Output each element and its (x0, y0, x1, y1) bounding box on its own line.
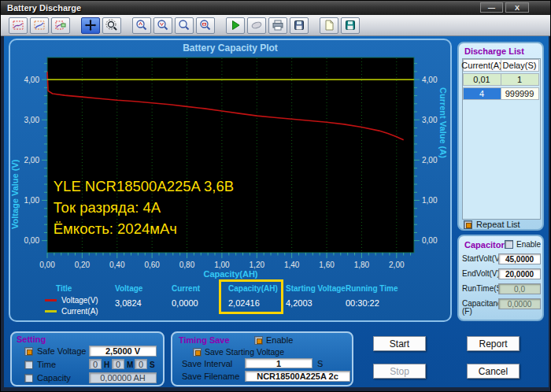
svg-text:1,00: 1,00 (214, 261, 230, 269)
move-cross-button[interactable] (81, 17, 100, 34)
play-button[interactable] (226, 17, 245, 34)
repeat-list-checkbox[interactable] (464, 220, 472, 229)
time-hours-input[interactable]: 0 (89, 359, 102, 369)
capacitor-title: Capacitor (464, 240, 505, 250)
discharge-table[interactable]: Current(A)Delay(S)0,0114999999 (462, 58, 541, 220)
legend-label: Current(A) (61, 307, 98, 316)
capacitor-field-label: StartVolt(V) (462, 255, 498, 263)
stop-button[interactable]: Stop (373, 364, 426, 379)
save-filename-input[interactable]: NCR18500A225A 2c (245, 371, 350, 382)
safe-voltage-checkbox[interactable] (24, 347, 33, 356)
stat-value: 00:30:22 (346, 298, 379, 308)
curve-zoom-button[interactable] (9, 17, 28, 34)
discharge-cell[interactable]: 4 (463, 87, 501, 100)
capacity-input[interactable]: 0,00000 AH (89, 372, 157, 383)
capacitor-field-input[interactable]: 20,0000 (498, 268, 541, 279)
stat-header: Running Time (346, 284, 398, 293)
close-button[interactable]: X (505, 2, 529, 13)
svg-text:0,00: 0,00 (39, 261, 55, 269)
capacitor-field-label: Capacitance (F) (462, 300, 498, 316)
toolbar-group (226, 17, 309, 34)
discharge-list-title: Discharge List (464, 46, 524, 56)
capacitor-field-input[interactable]: 0,0 (498, 283, 541, 294)
time-label: Time (37, 360, 56, 369)
time-seconds-input[interactable]: 0 (135, 359, 147, 369)
discharge-column-header[interactable]: Current(A) (463, 59, 501, 72)
erase-button[interactable] (247, 17, 266, 34)
setting-title: Setting (17, 335, 46, 344)
discharge-cell[interactable]: 999999 (501, 87, 539, 100)
capacitor-field-input[interactable]: 0,0000 (498, 298, 541, 309)
timing-save-title: Timing Save (179, 335, 230, 345)
zoom-area-icon (105, 19, 118, 31)
svg-text:0,00: 0,00 (422, 236, 438, 245)
open-file-button[interactable] (320, 17, 338, 34)
svg-text:2,00: 2,00 (24, 156, 40, 165)
zoom-out-button[interactable] (153, 17, 172, 34)
save-image-button[interactable] (290, 17, 309, 34)
title-bar[interactable]: Battery Discharge — X (1, 1, 551, 15)
zoom-area-button[interactable] (102, 17, 121, 34)
zoom-out-icon (157, 19, 169, 31)
capacity-plot-svg: 0,000,200,400,600,801,001,201,401,601,80… (20, 53, 445, 270)
report-button[interactable]: Report (467, 336, 520, 351)
time-checkbox[interactable] (24, 361, 33, 369)
stat-header: Starting Voltage (286, 284, 346, 293)
svg-text:1,40: 1,40 (284, 261, 300, 269)
legend-swatch (45, 310, 57, 312)
erase-icon (250, 19, 263, 31)
discharge-column-header[interactable]: Delay(S) (501, 59, 539, 72)
save-interval-label: Save Interval (182, 359, 232, 368)
plot-area[interactable]: 0,000,200,400,600,801,001,201,401,601,80… (20, 53, 445, 270)
legend-swatch (45, 299, 57, 301)
stat-value: 3,0824 (115, 298, 142, 308)
safe-voltage-input[interactable]: 2,5000 V (89, 346, 157, 357)
curve-pan-icon (33, 19, 46, 31)
save-data-button[interactable] (341, 17, 360, 34)
svg-text:0,60: 0,60 (144, 261, 160, 269)
stat-header: Capacity(AH) (228, 284, 278, 293)
minimize-button[interactable]: — (480, 2, 503, 13)
time-minutes-input[interactable]: 0 (112, 359, 124, 369)
curve-tag-icon (54, 19, 67, 31)
discharge-cell[interactable]: 0,01 (463, 73, 501, 86)
timing-save-enable-checkbox[interactable] (254, 336, 263, 345)
svg-text:2,00: 2,00 (422, 156, 438, 165)
save-starting-voltage-label: Save Starting Voltage (205, 347, 284, 357)
svg-text:1,20: 1,20 (250, 261, 265, 269)
capacitor-enable-checkbox[interactable] (505, 240, 513, 249)
zoom-in-button[interactable] (132, 17, 151, 34)
curve-tag-button[interactable] (51, 17, 70, 34)
print-button[interactable] (268, 17, 287, 34)
capacity-checkbox[interactable] (24, 374, 33, 383)
zoom-in-icon (135, 19, 148, 31)
save-starting-voltage-checkbox[interactable] (193, 348, 202, 357)
svg-text:1,80: 1,80 (354, 261, 370, 269)
toolbar-group (9, 17, 70, 34)
zoom-window-button[interactable] (175, 17, 194, 34)
curve-pan-button[interactable] (30, 17, 49, 34)
discharge-list-panel: Discharge List Current(A)Delay(S)0,01149… (457, 42, 544, 231)
save-image-icon (293, 19, 305, 31)
svg-text:1,60: 1,60 (319, 261, 335, 269)
save-interval-input[interactable]: 1 (245, 358, 312, 368)
stat-value: 2,02416 (228, 298, 260, 308)
zoom-reset-button[interactable] (196, 17, 215, 34)
curve-zoom-icon (12, 19, 24, 31)
repeat-list-row: Repeat List (464, 220, 520, 229)
seconds-unit-label: S (150, 361, 155, 369)
setting-panel: Setting Safe Voltage 2,5000 V Time 0 H 0… (10, 331, 165, 386)
y-axis-label-left: Voltage Value (V) (10, 72, 20, 229)
zoom-window-icon (178, 19, 190, 31)
capacitor-field-input[interactable]: 45,0000 (498, 253, 541, 264)
start-button[interactable]: Start (373, 336, 426, 351)
x-axis-label: Capacity(AH) (47, 269, 414, 279)
hours-unit-label: H (104, 361, 109, 369)
cancel-button[interactable]: Cancel (467, 364, 520, 379)
chart-title: Battery Capacity Plot (10, 43, 450, 54)
discharge-cell[interactable]: 1 (501, 73, 539, 86)
zoom-reset-icon (199, 19, 212, 31)
toolbar-group (81, 17, 121, 34)
legend-item: Voltage(V) (45, 296, 98, 305)
window-title: Battery Discharge (7, 3, 81, 13)
